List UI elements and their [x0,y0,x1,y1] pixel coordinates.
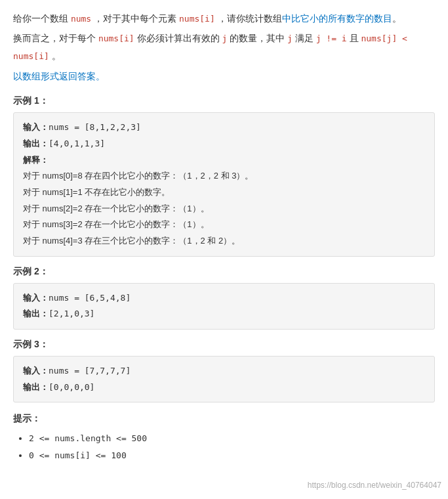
intro-text-end: 。 [392,13,401,24]
example-1-box: 输入：nums = [8,1,2,2,3] 输出：[4,0,1,1,3] 解释：… [13,112,435,257]
desc-text-6: 。 [52,51,61,61]
explain-line-2: 对于 nums[2]=2 存在一个比它小的数字：（1）。 [23,201,425,217]
example-1-output: 输出：[4,0,1,1,3] [23,136,425,152]
example-2-title: 示例 2： [13,266,435,278]
example-1-explain-title: 解释： [23,155,49,165]
example-1-output-val: [4,0,1,1,3] [49,139,105,148]
desc-block: 换而言之，对于每个 nums[i] 你必须计算出有效的 j 的数量，其中 j 满… [13,30,435,64]
example-1-output-label: 输出： [23,139,49,148]
example-1-title: 示例 1： [13,95,435,107]
hints-title: 提示： [13,413,435,425]
example-3-input-val: nums = [7,7,7,7] [49,366,131,376]
example-2-input-label: 输入： [23,293,49,303]
example-3-input: 输入：nums = [7,7,7,7] [23,363,425,380]
hint-item-1: 0 <= nums[i] <= 100 [29,447,435,464]
explain-line-1: 对于 nums[1]=1 不存在比它小的数字。 [23,184,425,201]
intro-line-1: 给你一个数组 nums ，对于其中每个元素 nums[i] ，请你统计数组中比它… [13,11,435,27]
explain-line-0: 对于 nums[0]=8 存在四个比它小的数字：（1，2，2 和 3）。 [23,168,425,184]
desc-code-numsi2: nums[i] [13,51,49,61]
example-3-output: 输出：[0,0,0,0] [23,380,425,396]
desc-code-cond3: nums[j] < [361,33,407,43]
desc-text-5: 且 [350,33,359,43]
intro-text-3: ，请你统计数组 [218,13,282,24]
intro-text-2: ，对于其中每个元素 [94,13,176,24]
desc-text-2: 你必须计算出有效的 [137,33,220,43]
desc-text-3: 的数量，其中 [230,33,285,43]
example-2-output: 输出：[2,1,0,3] [23,306,425,322]
explain-line-4: 对于 nums[4]=3 存在三个比它小的数字：（1，2 和 2）。 [23,233,425,250]
watermark: https://blog.csdn.net/weixin_40764047 [308,481,441,490]
example-2-box: 输入：nums = [6,5,4,8] 输出：[2,1,0,3] [13,283,435,330]
desc-text-1: 换而言之，对于每个 [13,33,96,43]
desc-text-4: 满足 [295,33,314,43]
desc-code-j: j [222,33,227,43]
hint-item-0: 2 <= nums.length <= 500 [29,430,435,447]
intro-text-1: 给你一个数组 [13,13,68,24]
desc-code-cond2: j != i [316,33,347,43]
intro-code-nums: nums [71,14,91,24]
example-3-output-val: [0,0,0,0] [49,382,94,392]
example-1-input: 输入：nums = [8,1,2,2,3] [23,119,425,136]
example-3-output-label: 输出： [23,382,49,392]
example-2-input-val: nums = [6,5,4,8] [49,293,131,303]
example-1-explanations: 对于 nums[0]=8 存在四个比它小的数字：（1，2，2 和 3）。 对于 … [23,168,425,249]
intro-highlight: 中比它小的所有数字的数目 [282,13,392,24]
desc-code-j2: j [287,33,293,43]
example-1-input-label: 输入： [23,122,49,132]
example-2-output-label: 输出： [23,309,49,318]
example-3-input-label: 输入： [23,366,49,376]
example-3-title: 示例 3： [13,339,435,351]
intro-code-numsi: nums[i] [179,14,215,24]
return-line: 以数组形式返回答案。 [13,68,435,85]
example-3-box: 输入：nums = [7,7,7,7] 输出：[0,0,0,0] [13,356,435,402]
example-1-input-val: nums = [8,1,2,2,3] [49,122,141,132]
example-2-output-val: [2,1,0,3] [49,309,94,318]
hints-section: 提示： 2 <= nums.length <= 500 0 <= nums[i]… [13,413,435,464]
explain-line-3: 对于 nums[3]=2 存在一个比它小的数字：（1）。 [23,217,425,233]
desc-code-numsi: nums[i] [98,33,134,43]
hints-list: 2 <= nums.length <= 500 0 <= nums[i] <= … [13,430,435,464]
example-2-input: 输入：nums = [6,5,4,8] [23,290,425,307]
example-1-explain-label: 解释： [23,152,425,169]
